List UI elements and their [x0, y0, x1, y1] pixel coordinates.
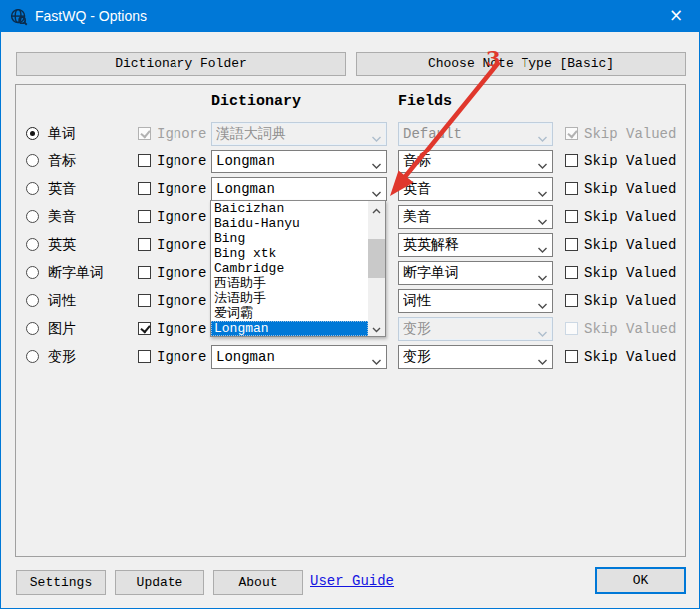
ignore-checkbox[interactable]: [138, 154, 151, 167]
ignore-checkbox[interactable]: [138, 322, 151, 335]
dropdown-item[interactable]: Bing xtk: [211, 246, 368, 261]
radio-en-def[interactable]: [26, 238, 39, 251]
field-combo[interactable]: 词性: [398, 289, 553, 313]
chevron-down-icon: [371, 353, 383, 362]
fields-column-header: Fields: [398, 93, 452, 110]
update-button[interactable]: Update: [115, 570, 204, 595]
radio-pos[interactable]: [26, 294, 39, 307]
field-combo[interactable]: 变形: [398, 345, 553, 369]
row-label: 英音: [48, 177, 76, 201]
chevron-down-icon: [537, 353, 549, 362]
radio-inflection[interactable]: [26, 350, 39, 363]
dropdown-item[interactable]: Baidu-Hanyu: [211, 216, 368, 231]
field-combo-value: Default: [403, 123, 532, 145]
ignore-label: Ignore: [157, 122, 206, 146]
dropdown-item[interactable]: 法语助手: [211, 291, 368, 306]
dropdown-item[interactable]: Bing: [211, 231, 368, 246]
ok-button[interactable]: OK: [595, 567, 686, 594]
skip-valued-checkbox[interactable]: [565, 350, 578, 363]
chevron-down-icon: [537, 297, 549, 306]
field-combo[interactable]: 英音: [398, 177, 553, 201]
ignore-label: Ignore: [157, 177, 206, 201]
field-combo[interactable]: 变形: [398, 317, 553, 341]
skip-valued-label: Skip Valued: [584, 205, 676, 229]
dictionary-folder-button[interactable]: Dictionary Folder: [16, 52, 346, 76]
option-row-phonetic: 音标 Ignore Longman 音标 Skip Valued: [16, 150, 687, 173]
field-combo-value: 英音: [403, 178, 532, 200]
radio-uk-audio[interactable]: [26, 182, 39, 195]
row-label: 变形: [48, 345, 76, 369]
dictionary-combo-value: Longman: [216, 178, 366, 200]
ignore-checkbox[interactable]: [138, 350, 151, 363]
radio-word[interactable]: [26, 127, 39, 140]
field-combo-value: 美音: [403, 206, 532, 228]
ignore-checkbox[interactable]: [138, 182, 151, 195]
dropdown-item[interactable]: Baicizhan: [211, 201, 368, 216]
skip-valued-checkbox[interactable]: [565, 210, 578, 223]
dropdown-item[interactable]: 爱词霸: [211, 306, 368, 321]
dropdown-item-selected[interactable]: Longman: [211, 321, 368, 336]
skip-valued-checkbox[interactable]: [565, 322, 578, 335]
about-button[interactable]: About: [213, 570, 303, 595]
row-label: 美音: [48, 205, 76, 229]
option-row-word: 单词 Ignore 漢語大詞典 Default Skip Valued: [16, 122, 687, 146]
radio-us-audio[interactable]: [26, 210, 39, 223]
dictionary-combo[interactable]: Longman: [211, 345, 387, 369]
close-button[interactable]: ×: [653, 1, 699, 32]
dropdown-item[interactable]: 西语助手: [211, 276, 368, 291]
ignore-checkbox[interactable]: [138, 266, 151, 279]
field-combo[interactable]: 断字单词: [398, 261, 553, 285]
skip-valued-label: Skip Valued: [584, 177, 676, 201]
field-combo-value: 断字单词: [403, 262, 532, 284]
radio-image[interactable]: [26, 322, 39, 335]
scrollbar-thumb[interactable]: [368, 239, 385, 278]
skip-valued-checkbox[interactable]: [565, 238, 578, 251]
settings-button[interactable]: Settings: [16, 570, 106, 595]
dictionary-combo[interactable]: Longman: [211, 150, 387, 173]
chevron-down-icon: [537, 269, 549, 278]
ignore-checkbox[interactable]: [138, 127, 151, 140]
ignore-checkbox[interactable]: [138, 238, 151, 251]
field-combo[interactable]: 音标: [398, 150, 553, 173]
chevron-down-icon: [371, 130, 383, 139]
skip-valued-checkbox[interactable]: [565, 154, 578, 167]
skip-valued-label: Skip Valued: [584, 150, 676, 173]
row-label: 图片: [48, 317, 76, 341]
dictionary-combo-value: Longman: [216, 346, 366, 368]
radio-phonetic[interactable]: [26, 154, 39, 167]
dictionary-combo[interactable]: 漢語大詞典: [211, 122, 387, 146]
choose-note-type-button[interactable]: Choose Note Type [Basic]: [356, 52, 686, 76]
row-label: 英英: [48, 233, 76, 257]
field-combo[interactable]: 英英解释: [398, 233, 553, 257]
scroll-down-icon[interactable]: [368, 320, 385, 336]
dropdown-item[interactable]: Cambridge: [211, 261, 368, 276]
skip-valued-label: Skip Valued: [584, 233, 676, 257]
radio-hyphen-word[interactable]: [26, 266, 39, 279]
field-combo-value: 英英解释: [403, 234, 532, 256]
user-guide-link[interactable]: User Guide: [310, 573, 394, 589]
chevron-down-icon: [371, 185, 383, 194]
skip-valued-checkbox[interactable]: [565, 182, 578, 195]
skip-valued-label: Skip Valued: [584, 261, 676, 285]
skip-valued-label: Skip Valued: [584, 317, 676, 341]
ignore-label: Ignore: [157, 150, 206, 173]
skip-valued-label: Skip Valued: [584, 289, 676, 313]
scroll-up-icon[interactable]: [368, 201, 385, 217]
field-combo-value: 音标: [403, 151, 532, 172]
ignore-checkbox[interactable]: [138, 294, 151, 307]
dropdown-scrollbar[interactable]: [368, 201, 385, 336]
field-combo[interactable]: Default: [398, 122, 553, 146]
skip-valued-checkbox[interactable]: [565, 266, 578, 279]
field-combo-value: 变形: [403, 318, 532, 340]
ignore-checkbox[interactable]: [138, 210, 151, 223]
dictionary-combo-open[interactable]: Longman: [211, 177, 387, 201]
skip-valued-checkbox[interactable]: [565, 127, 578, 140]
chevron-down-icon: [537, 157, 549, 166]
ignore-label: Ignore: [157, 345, 206, 369]
chevron-down-icon: [537, 213, 549, 222]
skip-valued-checkbox[interactable]: [565, 294, 578, 307]
field-combo-value: 变形: [403, 346, 532, 368]
field-combo[interactable]: 美音: [398, 205, 553, 229]
chevron-down-icon: [537, 130, 549, 139]
chevron-down-icon: [537, 241, 549, 250]
